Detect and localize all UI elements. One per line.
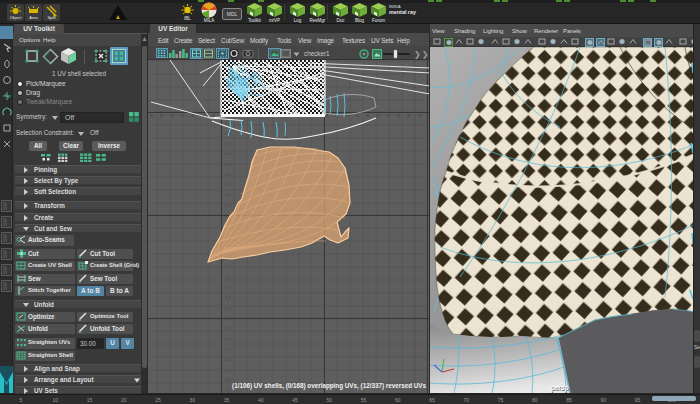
svg-text:MILA: MILA (204, 18, 215, 23)
svg-text:Log: Log (294, 18, 302, 23)
svg-text:persp: persp (551, 384, 569, 392)
svg-text:ResMgr: ResMgr (310, 18, 326, 23)
svg-text:IBL: IBL (184, 16, 191, 21)
svg-text:mrVP: mrVP (269, 18, 280, 23)
svg-text:Doc: Doc (336, 18, 345, 23)
svg-text:Toolkit: Toolkit (248, 18, 262, 23)
svg-text:Blog: Blog (355, 18, 365, 23)
svg-text:Forum: Forum (372, 18, 385, 23)
